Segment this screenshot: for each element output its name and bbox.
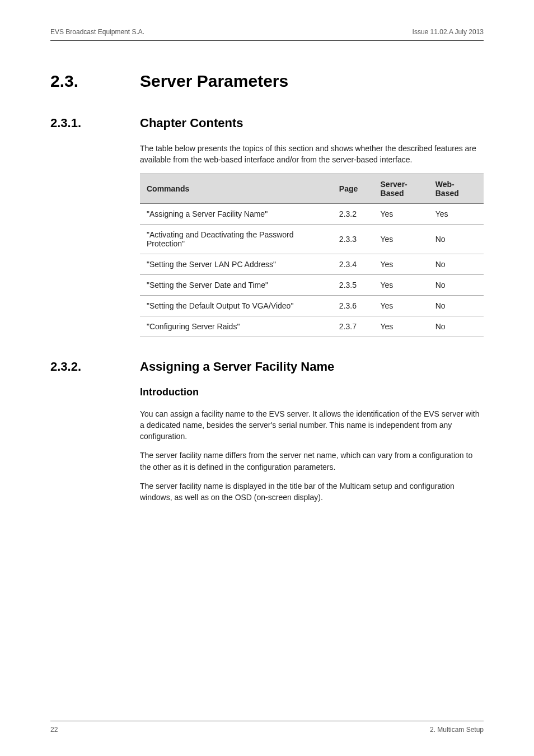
page-footer: 22 2. Multicam Setup xyxy=(50,721,484,734)
cell-web: No xyxy=(429,274,484,295)
col-web-based: Web-Based xyxy=(429,174,484,203)
cell-page: 2.3.4 xyxy=(332,254,374,274)
cell-command: "Setting the Default Output To VGA/Video… xyxy=(140,295,332,316)
subsection-title: Chapter Contents xyxy=(140,116,243,130)
intro-paragraph: The table below presents the topics of t… xyxy=(140,143,484,166)
cell-command: "Setting the Server LAN PC Address" xyxy=(140,254,332,274)
cell-web: No xyxy=(429,316,484,337)
body-paragraph: You can assign a facility name to the EV… xyxy=(140,408,484,442)
cell-server: Yes xyxy=(374,274,429,295)
cell-command: "Assigning a Server Facility Name" xyxy=(140,203,332,224)
subsection-number: 2.3.1. xyxy=(50,116,112,130)
cell-server: Yes xyxy=(374,316,429,337)
col-page: Page xyxy=(332,174,374,203)
page-header: EVS Broadcast Equipment S.A. Issue 11.02… xyxy=(50,28,484,41)
cell-page: 2.3.7 xyxy=(332,316,374,337)
subsection-heading-2-3-1: 2.3.1. Chapter Contents xyxy=(50,116,484,130)
col-server-based: Server-Based xyxy=(374,174,429,203)
commands-table: Commands Page Server-Based Web-Based "As… xyxy=(140,174,484,337)
subsection-number: 2.3.2. xyxy=(50,360,112,374)
cell-web: No xyxy=(429,254,484,274)
section-title: Server Parameters xyxy=(140,72,288,91)
cell-page: 2.3.5 xyxy=(332,274,374,295)
table-header-row: Commands Page Server-Based Web-Based xyxy=(140,174,484,203)
cell-page: 2.3.3 xyxy=(332,224,374,254)
cell-command: "Activating and Deactivating the Passwor… xyxy=(140,224,332,254)
cell-page: 2.3.6 xyxy=(332,295,374,316)
table-row: "Assigning a Server Facility Name" 2.3.2… xyxy=(140,203,484,224)
table-row: "Setting the Default Output To VGA/Video… xyxy=(140,295,484,316)
body-paragraph: The server facility name is displayed in… xyxy=(140,480,484,503)
cell-server: Yes xyxy=(374,254,429,274)
header-right: Issue 11.02.A July 2013 xyxy=(413,28,484,36)
cell-command: "Configuring Server Raids" xyxy=(140,316,332,337)
cell-server: Yes xyxy=(374,203,429,224)
table-row: "Setting the Server LAN PC Address" 2.3.… xyxy=(140,254,484,274)
cell-server: Yes xyxy=(374,295,429,316)
cell-command: "Setting the Server Date and Time" xyxy=(140,274,332,295)
cell-web: Yes xyxy=(429,203,484,224)
table-row: "Setting the Server Date and Time" 2.3.5… xyxy=(140,274,484,295)
cell-server: Yes xyxy=(374,224,429,254)
footer-chapter: 2. Multicam Setup xyxy=(430,726,484,734)
page-number: 22 xyxy=(50,726,58,734)
cell-web: No xyxy=(429,224,484,254)
introduction-heading: Introduction xyxy=(140,386,484,398)
header-left: EVS Broadcast Equipment S.A. xyxy=(50,28,144,36)
cell-web: No xyxy=(429,295,484,316)
col-commands: Commands xyxy=(140,174,332,203)
subsection-heading-2-3-2: 2.3.2. Assigning a Server Facility Name xyxy=(50,360,484,374)
section-heading-2-3: 2.3. Server Parameters xyxy=(50,72,484,91)
table-row: "Configuring Server Raids" 2.3.7 Yes No xyxy=(140,316,484,337)
section-number: 2.3. xyxy=(50,72,112,91)
subsection-title: Assigning a Server Facility Name xyxy=(140,360,334,374)
body-paragraph: The server facility name differs from th… xyxy=(140,450,484,473)
table-row: "Activating and Deactivating the Passwor… xyxy=(140,224,484,254)
cell-page: 2.3.2 xyxy=(332,203,374,224)
